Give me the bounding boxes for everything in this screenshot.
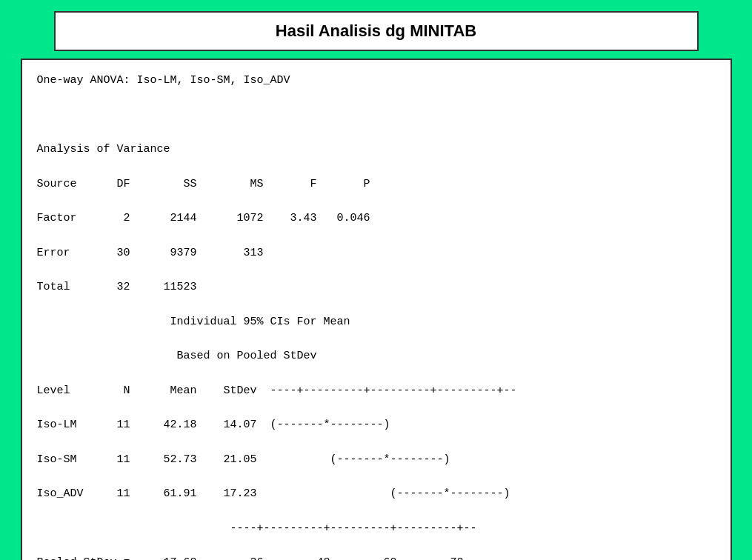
line-1: One-way ANOVA: Iso-LM, Iso-SM, Iso_ADV bbox=[37, 74, 290, 87]
line-11: Iso-LM 11 42.18 14.07 (-------*--------) bbox=[37, 419, 390, 431]
analysis-content: One-way ANOVA: Iso-LM, Iso-SM, Iso_ADV A… bbox=[37, 72, 716, 560]
line-15: Pooled StDev = 17.68 36 48 60 72 bbox=[37, 556, 464, 560]
content-box: One-way ANOVA: Iso-LM, Iso-SM, Iso_ADV A… bbox=[21, 59, 732, 560]
line-7: Total 32 11523 bbox=[37, 281, 197, 293]
title-box: Hasil Analisis dg MINITAB bbox=[54, 11, 699, 51]
line-10: Level N Mean StDev ----+---------+------… bbox=[37, 384, 517, 397]
line-4: Source DF SS MS F P bbox=[37, 178, 370, 190]
line-12: Iso-SM 11 52.73 21.05 (-------*--------) bbox=[37, 453, 450, 466]
line-8: Individual 95% CIs For Mean bbox=[37, 316, 350, 328]
line-13: Iso_ADV 11 61.91 17.23 (-------*--------… bbox=[37, 487, 510, 500]
line-3: Analysis of Variance bbox=[37, 143, 170, 156]
line-14: ----+---------+---------+---------+-- bbox=[37, 522, 477, 535]
line-9: Based on Pooled StDev bbox=[37, 350, 317, 362]
line-5: Factor 2 2144 1072 3.43 0.046 bbox=[37, 212, 370, 224]
line-6: Error 30 9379 313 bbox=[37, 247, 264, 259]
page-title: Hasil Analisis dg MINITAB bbox=[276, 21, 476, 40]
